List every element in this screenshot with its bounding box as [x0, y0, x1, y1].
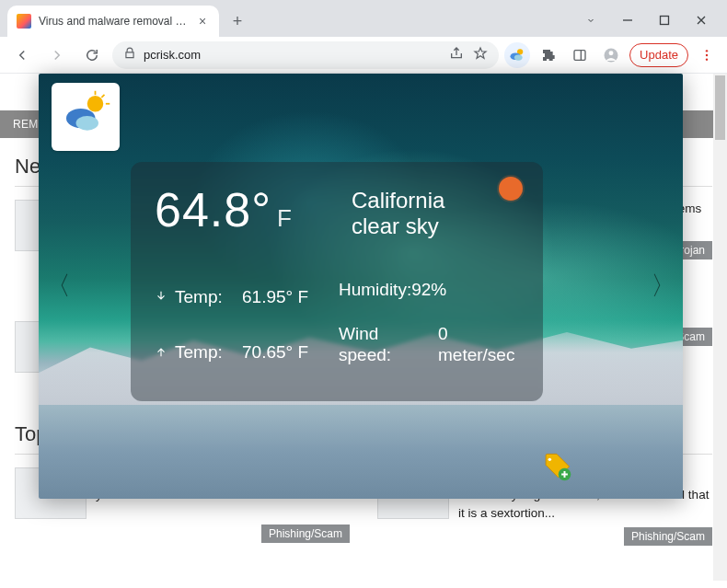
weather-extension-icon[interactable] [504, 42, 530, 68]
sidepanel-icon[interactable] [567, 42, 593, 68]
price-tag-icon[interactable] [541, 451, 572, 486]
extensions-icon[interactable] [536, 42, 561, 68]
category-tag: Phishing/Scam [624, 527, 712, 546]
profile-icon[interactable] [598, 42, 624, 68]
next-slide-button[interactable]: 〉 [650, 268, 677, 305]
category-tag: Phishing/Scam [261, 525, 350, 543]
svg-point-6 [609, 51, 614, 55]
arrow-up-icon [155, 342, 167, 363]
svg-rect-11 [95, 91, 97, 95]
sun-icon [499, 177, 523, 201]
back-button[interactable] [7, 40, 37, 70]
omnibox-actions [449, 46, 488, 63]
svg-point-9 [706, 58, 708, 60]
svg-rect-4 [574, 50, 585, 60]
wind-row: Wind speed: 0 meter/sec [339, 324, 519, 381]
temperature-main: 64.8° F [155, 182, 339, 269]
high-temp-row: Temp: 70.65° F [155, 324, 339, 381]
location-condition: California clear sky [352, 188, 519, 269]
svg-point-8 [706, 53, 708, 55]
arrow-down-icon [155, 287, 167, 307]
menu-icon[interactable] [694, 42, 720, 68]
address-bar[interactable]: pcrisk.com [112, 41, 499, 69]
page-scrollbar[interactable] [713, 74, 727, 581]
svg-rect-12 [106, 103, 110, 105]
condition-text: clear sky [352, 213, 519, 239]
svg-rect-0 [661, 17, 669, 25]
close-tab-icon[interactable]: × [195, 14, 210, 29]
reload-button[interactable] [77, 40, 107, 70]
lock-icon [123, 47, 136, 63]
url-text: pcrisk.com [144, 48, 201, 62]
maximize-button[interactable] [646, 6, 683, 34]
temperature-value: 64.8° [155, 182, 271, 237]
new-tab-button[interactable]: + [225, 8, 250, 34]
svg-rect-13 [101, 94, 105, 98]
tab-title: Virus and malware removal instru [39, 15, 188, 28]
weather-card: 64.8° F California clear sky Temp: 61.95… [131, 162, 543, 401]
low-temp-row: Temp: 61.95° F [155, 280, 339, 315]
bookmark-icon[interactable] [473, 46, 488, 63]
close-window-button[interactable] [683, 6, 720, 34]
tab-favicon [17, 14, 31, 29]
share-icon[interactable] [449, 46, 464, 63]
temperature-unit: F [277, 204, 292, 233]
dropdown-caret-icon[interactable] [572, 6, 609, 34]
svg-point-15 [76, 116, 99, 131]
svg-point-10 [87, 96, 104, 112]
browser-tab[interactable]: Virus and malware removal instru × [7, 6, 219, 37]
browser-titlebar: Virus and malware removal instru × + [0, 0, 727, 37]
svg-point-7 [706, 50, 708, 52]
scrollbar-thumb[interactable] [715, 75, 725, 140]
weather-overlay: 〈 〉 64.8° F California clear sky Temp: 6… [39, 74, 683, 499]
update-button[interactable]: Update [629, 43, 688, 67]
background-water [39, 405, 683, 499]
location-name: California [352, 188, 519, 213]
browser-toolbar: pcrisk.com Update [0, 37, 727, 74]
prev-slide-button[interactable]: 〈 [44, 268, 72, 305]
window-controls [572, 6, 720, 34]
weather-app-icon[interactable] [52, 83, 120, 151]
forward-button[interactable] [42, 40, 72, 70]
svg-point-3 [514, 54, 523, 60]
svg-point-16 [548, 458, 551, 461]
humidity-row: Humidity:92% [339, 280, 519, 315]
cloud-sun-icon [60, 89, 111, 144]
minimize-button[interactable] [609, 6, 646, 34]
